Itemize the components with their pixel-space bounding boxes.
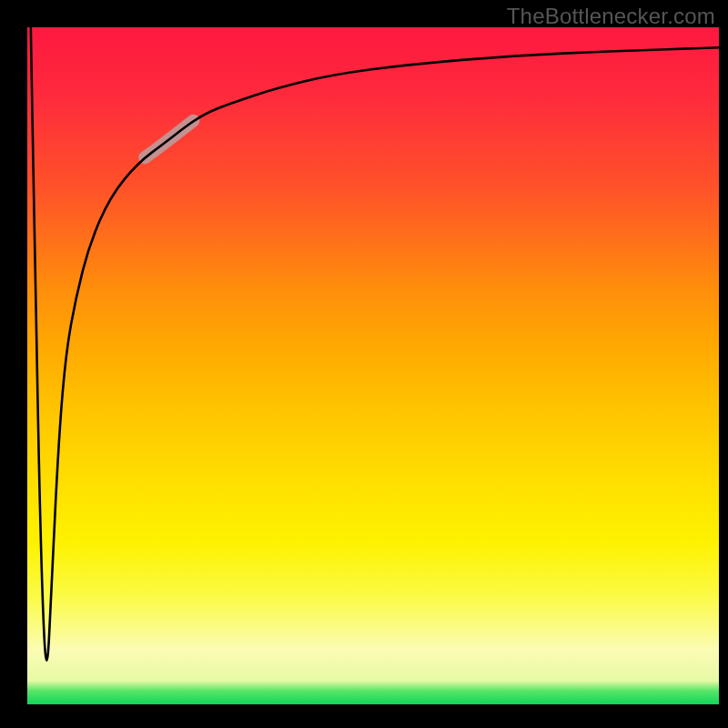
- attribution-label: TheBottlenecker.com: [507, 4, 715, 29]
- bottleneck-curve: [31, 27, 719, 661]
- chart-frame: TheBottlenecker.com: [0, 0, 728, 728]
- curve-svg: [27, 27, 719, 704]
- plot-area: [27, 27, 719, 704]
